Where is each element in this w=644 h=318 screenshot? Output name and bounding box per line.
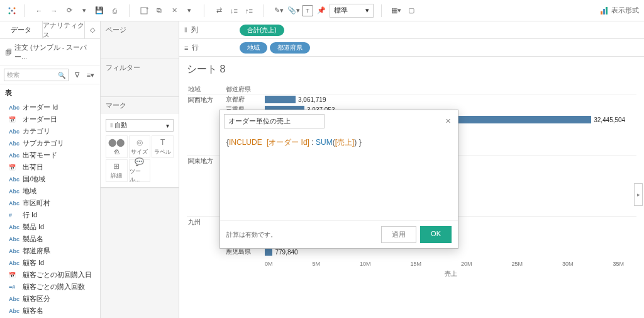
swap-icon[interactable]: ⇄ — [212, 4, 226, 18]
mark-detail[interactable]: ⊞詳細 — [106, 159, 128, 182]
dropdown-icon-2[interactable]: ▾ — [182, 4, 196, 18]
highlight-icon[interactable]: ✎▾ — [272, 4, 286, 18]
pill[interactable]: 合計(売上) — [240, 25, 284, 36]
size-icon: ◎ — [136, 138, 143, 147]
duplicate-icon[interactable]: ⧉ — [152, 4, 166, 18]
field-type-icon: Abc — [9, 188, 19, 195]
search-input[interactable]: 検索🔍 — [4, 69, 69, 81]
pill[interactable]: 地域 — [240, 42, 267, 54]
x-axis: 0M5M10M15M20M25M30M35M — [265, 261, 636, 267]
apply-button[interactable]: 適用 — [381, 226, 416, 243]
tab-menu-icon[interactable]: ◇ — [85, 21, 100, 38]
save-icon[interactable]: 💾 — [92, 4, 106, 18]
marks-type-select[interactable]: ⫴ 自動▾ — [106, 119, 174, 132]
field-item[interactable]: =#顧客ごとの購入回数 — [0, 281, 100, 293]
tick-label: 25M — [511, 261, 523, 267]
field-type-icon: 📅 — [9, 116, 19, 123]
field-type-icon: Abc — [9, 140, 19, 147]
field-label: 顧客 Id — [23, 258, 44, 268]
mark-size[interactable]: ◎サイズ — [129, 135, 151, 158]
pill[interactable]: 都道府県 — [270, 42, 310, 54]
field-type-icon: Abc — [9, 176, 19, 183]
expand-button[interactable]: ▸ — [634, 183, 643, 206]
field-item[interactable]: Abc国/地域 — [0, 173, 100, 185]
field-label: 出荷日 — [23, 162, 43, 172]
mark-tooltip[interactable]: 💬ツール... — [129, 159, 151, 182]
filter-icon[interactable]: ∇ — [71, 69, 82, 81]
field-item[interactable]: Abc市区町村 — [0, 197, 100, 209]
field-label: 都道府県 — [23, 246, 50, 256]
redo-icon[interactable]: → — [47, 4, 61, 18]
columns-icon: ⦀ — [184, 26, 187, 34]
new-data-icon[interactable]: ⎙ — [108, 4, 121, 18]
sort-asc-icon[interactable]: ↓≡ — [227, 4, 241, 18]
rows-shelf[interactable]: 地域都道府県 — [236, 42, 644, 54]
bar[interactable] — [265, 248, 272, 256]
field-item[interactable]: Abc都道府県 — [0, 245, 100, 257]
field-type-icon: Abc — [9, 105, 19, 111]
field-item[interactable]: Abc顧客区分 — [0, 293, 100, 305]
datasource-row[interactable]: 🗐 注文 (サンプル - スーパー... — [0, 39, 100, 66]
undo-icon[interactable]: ← — [32, 4, 46, 18]
bar[interactable] — [265, 96, 296, 103]
field-item[interactable]: 📅出荷日 — [0, 161, 100, 173]
tables-header: 表 — [0, 84, 100, 101]
field-item[interactable]: #行 Id — [0, 209, 100, 221]
field-label: オーダー Id — [23, 103, 58, 112]
close-icon[interactable]: ✕ — [441, 115, 454, 128]
ok-button[interactable]: OK — [420, 226, 452, 243]
field-item[interactable]: Abcカテゴリ — [0, 125, 100, 137]
rows-shelf-label: ≡行 — [179, 43, 236, 52]
dropdown-icon[interactable]: ▾ — [77, 4, 91, 18]
sort-desc-icon[interactable]: ↑≡ — [242, 4, 256, 18]
tab-analytics[interactable]: アナリティクス — [43, 21, 86, 38]
show-me-button[interactable]: 表示形式 — [600, 6, 639, 15]
columns-shelf[interactable]: 合計(売上) — [236, 25, 644, 36]
pages-shelf[interactable]: ページ — [106, 25, 174, 35]
cards-pane: ページ フィルター マーク ⫴ 自動▾ ⬤⬤色 ◎サイズ Tラベル ⊞詳細 💬ツ… — [101, 21, 179, 318]
field-item[interactable]: 📅顧客ごとの初回購入日 — [0, 269, 100, 281]
field-item[interactable]: Abc顧客 Id — [0, 257, 100, 269]
calc-formula-editor[interactable]: {INCLUDE [オーダー Id] : SUM([売上]) } — [220, 132, 458, 220]
tick-label: 15M — [410, 261, 421, 267]
refresh-icon[interactable]: ⟳ — [62, 4, 76, 18]
top-toolbar: ← → ⟳ ▾ 💾 ⎙ + ⧉ ⨯ ▾ ⇄ ↓≡ ↑≡ ✎▾ 📎▾ T 📌 標準… — [0, 0, 644, 21]
field-item[interactable]: Abcサブカテゴリ — [0, 137, 100, 149]
field-item[interactable]: Abcオーダー Id — [0, 101, 100, 113]
sheet-title[interactable]: シート 8 — [179, 57, 644, 82]
tick-label: 35M — [613, 261, 624, 267]
filters-shelf[interactable]: フィルター — [106, 63, 174, 72]
fit-select[interactable]: 標準▾ — [330, 4, 374, 18]
field-type-icon: Abc — [9, 200, 19, 207]
svg-text:+: + — [146, 6, 148, 11]
attach-icon[interactable]: 📎▾ — [287, 4, 301, 18]
tab-data[interactable]: データ — [0, 21, 43, 38]
svg-point-2 — [9, 12, 11, 14]
field-list: Abcオーダー Id📅オーダー日AbcカテゴリAbcサブカテゴリAbc出荷モード… — [0, 101, 100, 318]
field-label: 顧客ごとの購入回数 — [23, 282, 85, 292]
rows-icon: ≡ — [184, 44, 188, 52]
field-item[interactable]: Abc顧客名 — [0, 305, 100, 317]
bar-label: 3,061,719 — [298, 96, 326, 103]
field-item[interactable]: Abc出荷モード — [0, 149, 100, 161]
field-item[interactable]: Abc製品名 — [0, 233, 100, 245]
field-label: 顧客区分 — [23, 294, 50, 304]
pin-icon[interactable]: 📌 — [314, 4, 328, 18]
mark-color[interactable]: ⬤⬤色 — [106, 135, 128, 158]
field-item[interactable]: 📅オーダー日 — [0, 113, 100, 125]
field-item[interactable]: Abc製品 Id — [0, 221, 100, 233]
field-item[interactable]: Abc地域 — [0, 185, 100, 197]
presentation-icon[interactable]: ▢ — [404, 4, 418, 18]
svg-point-1 — [14, 7, 16, 9]
label-icon[interactable]: T — [302, 5, 313, 16]
logo-icon[interactable] — [5, 4, 19, 18]
field-label: 製品名 — [23, 234, 43, 244]
fields-menu-icon[interactable]: ≡▾ — [85, 69, 96, 81]
mark-label[interactable]: Tラベル — [152, 135, 174, 158]
marks-header: マーク — [101, 97, 179, 114]
clear-icon[interactable]: ⨯ — [167, 4, 181, 18]
calc-name-input[interactable]: オーダー単位の売上 — [224, 114, 325, 128]
show-cards-icon[interactable]: ▦▾ — [389, 4, 403, 18]
new-sheet-icon[interactable]: + — [137, 4, 151, 18]
svg-rect-8 — [603, 9, 605, 14]
